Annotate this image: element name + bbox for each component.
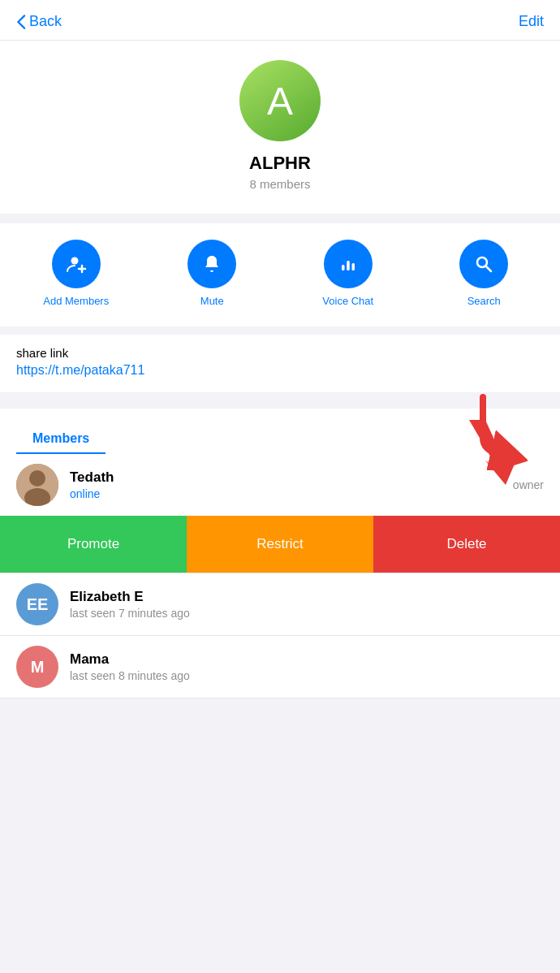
add-members-action[interactable]: Add Members (36, 240, 117, 307)
search-label: Search (467, 295, 501, 307)
svg-line-7 (486, 266, 492, 272)
group-name: ALPHR (249, 153, 311, 174)
actions-row: Add Members Mute Voice Chat (0, 223, 560, 326)
group-avatar: A (239, 60, 321, 141)
delete-button[interactable]: Delete (373, 516, 560, 573)
voice-chat-action[interactable]: Voice Chat (308, 240, 389, 307)
voice-chat-label: Voice Chat (322, 295, 373, 307)
tedath-photo (16, 464, 58, 506)
divider-1 (0, 214, 560, 222)
mute-action[interactable]: Mute (171, 240, 252, 307)
add-member-icon (66, 253, 87, 275)
svg-rect-5 (351, 263, 355, 270)
share-link-url[interactable]: https://t.me/pataka711 (16, 363, 544, 378)
tedath-avatar (16, 464, 58, 506)
elizabeth-member-row[interactable]: EE Elizabeth E last seen 7 minutes ago (0, 573, 560, 636)
restrict-button[interactable]: Restrict (187, 516, 373, 573)
search-icon-circle (459, 240, 508, 288)
search-action[interactable]: Search (443, 240, 524, 307)
microphone-bars-icon (338, 253, 359, 275)
svg-point-0 (71, 257, 78, 265)
search-icon (473, 253, 494, 275)
svg-marker-10 (502, 448, 519, 466)
avatar-letter: A (267, 79, 293, 123)
members-header: Members (16, 420, 106, 454)
promote-button[interactable]: Promote (0, 516, 187, 573)
members-count: 8 members (249, 177, 310, 191)
mute-icon-circle (187, 240, 236, 288)
tedath-name: Tedath (70, 469, 513, 486)
tedath-info: Tedath online (70, 469, 513, 500)
tedath-status: online (70, 487, 513, 500)
bell-icon (201, 253, 222, 275)
members-section: Members (0, 409, 560, 698)
mama-avatar: M (16, 646, 58, 688)
top-navigation: Back Edit (0, 0, 560, 41)
svg-rect-3 (342, 265, 345, 270)
elizabeth-status: last seen 7 minutes ago (70, 607, 544, 620)
profile-section: A ALPHR 8 members (0, 41, 560, 214)
annotation-arrow-2 (471, 393, 528, 470)
add-members-label: Add Members (43, 295, 109, 307)
mama-info: Mama last seen 8 minutes ago (70, 651, 544, 682)
owner-section: Tedath online owner Promote Restrict Del… (0, 454, 560, 573)
swipe-actions: Promote Restrict Delete (0, 516, 560, 573)
mute-label: Mute (200, 295, 224, 307)
voice-chat-icon-circle (324, 240, 373, 288)
elizabeth-initials: EE (27, 595, 49, 614)
edit-button[interactable]: Edit (519, 13, 544, 30)
back-button[interactable]: Back (16, 13, 62, 30)
share-link-label: share link (16, 346, 544, 360)
mama-status: last seen 8 minutes ago (70, 669, 544, 682)
members-title: Members (32, 431, 89, 445)
elizabeth-avatar: EE (16, 583, 58, 625)
mama-name: Mama (70, 651, 544, 668)
mama-initials: M (31, 658, 45, 677)
mama-member-row[interactable]: M Mama last seen 8 minutes ago (0, 636, 560, 698)
divider-2 (0, 326, 560, 335)
add-members-icon-circle (52, 240, 101, 288)
share-link-section: share link https://t.me/pataka711 (0, 335, 560, 392)
svg-point-12 (29, 470, 45, 486)
elizabeth-info: Elizabeth E last seen 7 minutes ago (70, 589, 544, 620)
svg-rect-4 (347, 261, 350, 270)
elizabeth-name: Elizabeth E (70, 589, 544, 605)
